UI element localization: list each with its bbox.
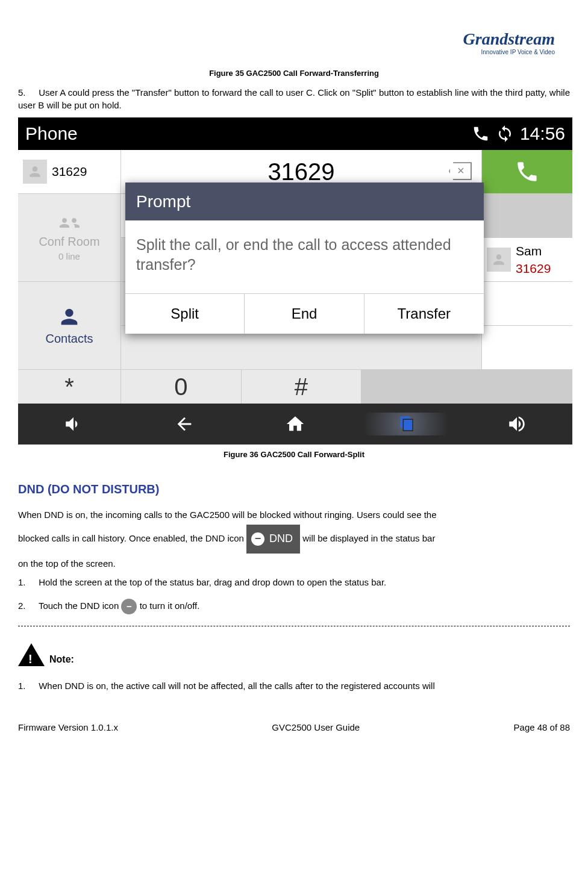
split-button[interactable]: Split [125,294,245,334]
conf-label: Conf Room [39,233,99,250]
prompt-title: Prompt [125,183,484,220]
nav-bar [18,404,572,445]
volume-up-button[interactable] [461,414,572,434]
person-icon [57,305,81,329]
dnd-text-a: When DND is on, the incoming calls to th… [18,510,437,520]
contact-row-2[interactable]: Sam31629 [482,238,572,281]
dnd-status-badge: −DND [246,525,300,554]
recent-apps-button[interactable] [351,413,461,435]
figure-36-caption: Figure 36 GAC2500 Call Forward-Split [18,449,570,460]
key-star[interactable]: * [18,370,120,404]
volume-down-button[interactable] [18,414,129,434]
brand-logo: Grandstream [463,27,555,51]
note-heading: Note: [18,643,570,666]
contacts-label: Contacts [46,330,93,347]
status-bar: Phone 14:56 [18,117,572,150]
conf-room-button[interactable]: Conf Room 0 line [18,194,120,281]
note1-text: When DND is on, the active call will not… [39,681,435,691]
contacts-button[interactable]: Contacts [18,282,120,369]
dnd-text-d: on the top of the screen. [18,558,116,569]
transfer-button[interactable]: Transfer [364,294,484,334]
dnd-text-c: will be displayed in the status bar [302,533,435,543]
conf-sub: 0 line [58,250,80,263]
dnd-paragraph: When DND is on, the incoming calls to th… [18,508,570,521]
warning-icon [18,643,45,666]
note1-num: 1. [18,679,36,692]
avatar-icon [23,160,47,184]
step-number: 5. [18,86,36,99]
app-title: Phone [25,121,78,146]
prompt-buttons: Split End Transfer [125,293,484,334]
figure-35-caption: Figure 35 GAC2500 Call Forward-Transferr… [18,68,570,79]
footer-center: GVC2500 User Guide [272,721,360,734]
back-button[interactable] [129,414,240,434]
note-label: Note: [49,653,74,666]
dnd-toggle-icon: − [121,599,137,614]
dnd-step-2: 2. Touch the DND icon − to turn it on/of… [18,597,570,615]
contact-row-empty-3 [482,282,572,325]
group-icon [55,213,84,233]
phone-icon [514,159,540,184]
key-hash[interactable]: # [242,370,361,404]
separator [18,626,570,626]
avatar-icon [487,248,511,272]
page-header: Grandstream Innovative IP Voice & Video [18,12,570,63]
end-button[interactable]: End [245,294,364,334]
step1-num: 1. [18,576,36,588]
dnd-text-b: blocked calls in call history. Once enab… [18,533,246,543]
call-add-icon [472,125,490,143]
dnd-step-1: 1. Hold the screen at the top of the sta… [18,576,570,588]
row0-name: 31629 [52,163,87,180]
screenshot-figure-36: Phone 14:56 31629 31629 3162931629 [18,117,570,445]
note-1: 1. When DND is on, the active call will … [18,679,570,692]
contact-row-0[interactable]: 31629 [18,150,120,193]
dnd-heading: DND (DO NOT DISTURB) [18,481,570,498]
row2-name: Sam [516,242,551,260]
page-footer: Firmware Version 1.0.1.x GVC2500 User Gu… [18,721,570,734]
contact-row-empty-4 [482,326,572,369]
status-time: 14:56 [520,121,565,146]
step2-pre: Touch the DND icon [39,601,122,611]
step-5: 5. User A could press the "Transfer" but… [18,86,570,111]
step2-post: to turn it on/off. [140,601,200,611]
dnd-paragraph-3: on the top of the screen. [18,557,570,570]
brand-tagline: Innovative IP Voice & Video [481,48,555,57]
step2-num: 2. [18,597,36,615]
prompt-dialog: Prompt Split the call, or end the call t… [125,183,484,334]
dial-button[interactable] [482,150,572,193]
home-button[interactable] [240,414,351,434]
step-text: User A could press the "Transfer" button… [18,87,570,110]
footer-right: Page 48 of 88 [514,721,570,734]
key-zero[interactable]: 0 [121,370,241,404]
step1-text: Hold the screen at the top of the status… [39,577,386,587]
dnd-badge-label: DND [269,527,293,551]
footer-left: Firmware Version 1.0.1.x [18,721,118,734]
row2-sub: 31629 [516,260,551,277]
minus-circle-icon: − [251,532,264,546]
refresh-icon [496,125,514,143]
dnd-paragraph-2: blocked calls in call history. Once enab… [18,525,570,554]
prompt-body: Split the call, or end the call to acces… [125,220,484,293]
